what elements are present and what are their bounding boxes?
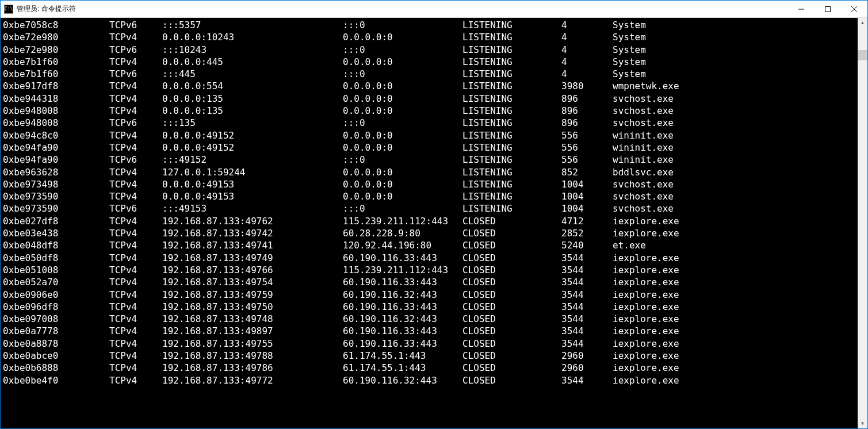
cell-pid: 3544 [561, 313, 613, 325]
cell-local: 192.168.87.133:49755 [162, 338, 343, 350]
cell-pid: 4 [561, 31, 613, 43]
cell-state: LISTENING [462, 56, 561, 68]
cell-pid: 2852 [561, 227, 613, 239]
cell-offset: 0xbe0abce0 [3, 350, 109, 362]
cell-local: 192.168.87.133:49786 [162, 362, 343, 374]
table-row: 0xbe03e438TCPv4192.168.87.133:4974260.28… [3, 227, 855, 239]
cell-proto: TCPv4 [109, 166, 162, 178]
cell-offset: 0xbe94c8c0 [3, 129, 109, 141]
cell-local: 192.168.87.133:49897 [162, 325, 343, 337]
cell-proto: TCPv4 [109, 215, 162, 227]
cell-local: 0.0.0.0:135 [162, 93, 343, 105]
cell-offset: 0xbe097008 [3, 313, 109, 325]
cell-state: LISTENING [462, 117, 561, 129]
cell-offset: 0xbe051008 [3, 264, 109, 276]
cell-local: 0.0.0.0:554 [162, 80, 343, 92]
cell-local: 192.168.87.133:49741 [162, 239, 343, 251]
cell-owner: wininit.exe [613, 141, 855, 154]
cell-state: LISTENING [462, 105, 561, 117]
table-row: 0xbe963628TCPv4127.0.0.1:592440.0.0.0:0L… [3, 166, 855, 178]
cell-state: LISTENING [462, 80, 561, 92]
table-row: 0xbe948008TCPv40.0.0.0:1350.0.0.0:0LISTE… [3, 105, 855, 117]
cell-state: LISTENING [462, 31, 561, 43]
cell-owner: iexplore.exe [613, 215, 855, 227]
cell-proto: TCPv6 [109, 44, 162, 56]
terminal-output[interactable]: 0xbe7058c8TCPv6:::5357:::0LISTENING4Syst… [1, 18, 858, 428]
cell-local: :::10243 [162, 44, 343, 56]
table-row: 0xbe0906e0TCPv4192.168.87.133:4975960.19… [3, 289, 855, 301]
cell-local: 0.0.0.0:49153 [162, 178, 343, 190]
cell-pid: 3544 [561, 289, 613, 301]
cell-proto: TCPv6 [109, 202, 162, 215]
cell-offset: 0xbe94fa90 [3, 154, 109, 166]
vertical-scrollbar[interactable]: ▲ ▼ [858, 18, 867, 428]
cell-offset: 0xbe7b1f60 [3, 56, 109, 68]
cell-offset: 0xbe973590 [3, 202, 109, 215]
cell-remote: 0.0.0.0:0 [343, 129, 462, 141]
cell-local: :::445 [162, 68, 343, 80]
cell-remote: :::0 [343, 154, 462, 166]
cell-proto: TCPv4 [109, 374, 162, 386]
close-button[interactable] [841, 1, 867, 17]
cell-owner: iexplore.exe [613, 338, 855, 350]
cell-state: LISTENING [462, 190, 561, 202]
cell-owner: System [613, 68, 855, 80]
cell-proto: TCPv6 [109, 154, 162, 166]
cell-owner: wininit.exe [613, 154, 855, 166]
cell-proto: TCPv6 [109, 68, 162, 80]
cell-local: 192.168.87.133:49759 [162, 289, 343, 301]
cell-remote: 0.0.0.0:0 [343, 141, 462, 154]
cell-remote: :::0 [343, 68, 462, 80]
cell-proto: TCPv4 [109, 252, 162, 264]
scrollbar-thumb[interactable] [858, 50, 867, 60]
titlebar[interactable]: C:\ 管理员: 命令提示符 [1, 1, 867, 18]
cell-pid: 4 [561, 68, 613, 80]
cell-state: LISTENING [462, 129, 561, 141]
cell-remote: :::0 [343, 202, 462, 215]
cell-offset: 0xbe03e438 [3, 227, 109, 239]
cell-state: LISTENING [462, 202, 561, 215]
table-row: 0xbe0a7778TCPv4192.168.87.133:4989760.19… [3, 325, 855, 337]
cell-proto: TCPv4 [109, 338, 162, 350]
cell-pid: 852 [561, 166, 613, 178]
cell-state: CLOSED [462, 276, 561, 288]
cell-state: CLOSED [462, 227, 561, 239]
cell-owner: iexplore.exe [613, 313, 855, 325]
scrollbar-up-button[interactable]: ▲ [858, 18, 867, 28]
cell-state: CLOSED [462, 374, 561, 386]
minimize-button[interactable] [788, 1, 815, 17]
cell-local: 192.168.87.133:49766 [162, 264, 343, 276]
cell-local: 192.168.87.133:49748 [162, 313, 343, 325]
cell-offset: 0xbe0a7778 [3, 325, 109, 337]
table-row: 0xbe7b1f60TCPv6:::445:::0LISTENING4Syste… [3, 68, 855, 80]
table-row: 0xbe94c8c0TCPv40.0.0.0:491520.0.0.0:0LIS… [3, 129, 855, 141]
scrollbar-down-button[interactable]: ▼ [858, 419, 867, 428]
cell-local: 192.168.87.133:49754 [162, 276, 343, 288]
cell-state: CLOSED [462, 362, 561, 374]
cell-pid: 896 [561, 105, 613, 117]
cell-pid: 3980 [561, 80, 613, 92]
window-controls [788, 1, 867, 17]
cell-proto: TCPv4 [109, 93, 162, 105]
cell-proto: TCPv4 [109, 178, 162, 190]
table-row: 0xbe096df8TCPv4192.168.87.133:4975060.19… [3, 301, 855, 313]
cell-owner: System [613, 56, 855, 68]
cell-pid: 4 [561, 19, 613, 31]
cell-pid: 3544 [561, 252, 613, 264]
cell-owner: wininit.exe [613, 129, 855, 141]
cell-pid: 3544 [561, 338, 613, 350]
cell-local: 0.0.0.0:135 [162, 105, 343, 117]
cell-offset: 0xbe944318 [3, 93, 109, 105]
cell-remote: 115.239.211.112:443 [343, 215, 462, 227]
cell-proto: TCPv4 [109, 31, 162, 43]
cell-local: :::135 [162, 117, 343, 129]
cell-pid: 556 [561, 154, 613, 166]
cell-remote: 60.190.116.32:443 [343, 289, 462, 301]
cell-pid: 2960 [561, 362, 613, 374]
cell-offset: 0xbe096df8 [3, 301, 109, 313]
maximize-button[interactable] [815, 1, 841, 17]
cell-local: :::5357 [162, 19, 343, 31]
cell-remote: 60.190.116.33:443 [343, 325, 462, 337]
table-row: 0xbe94fa90TCPv40.0.0.0:491520.0.0.0:0LIS… [3, 141, 855, 154]
cell-remote: :::0 [343, 117, 462, 129]
